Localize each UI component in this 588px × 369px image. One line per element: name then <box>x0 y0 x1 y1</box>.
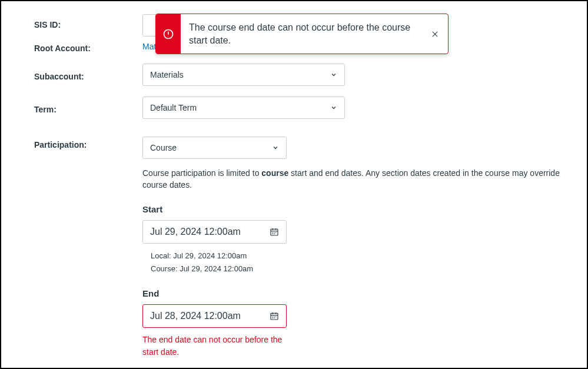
participation-value: Course <box>150 143 177 152</box>
subaccount-select[interactable]: Materials <box>142 64 345 86</box>
alert-message: The course end date can not occur before… <box>181 14 422 54</box>
svg-rect-5 <box>271 229 278 235</box>
close-icon <box>431 30 439 38</box>
end-label: End <box>142 288 569 298</box>
end-date-value: Jul 28, 2024 12:00am <box>150 311 241 321</box>
end-date-error: The end date can not occur before the st… <box>142 334 295 358</box>
end-date-input[interactable]: Jul 28, 2024 12:00am <box>142 304 287 328</box>
end-date-info: Local: Jul 28, 2024 12:00am Course: Jul … <box>151 364 569 369</box>
term-select[interactable]: Default Term <box>142 97 345 119</box>
alert-icon <box>162 28 174 40</box>
start-label: Start <box>142 204 569 214</box>
chevron-down-icon <box>330 104 337 111</box>
alert-close-button[interactable] <box>422 14 448 54</box>
start-date-input[interactable]: Jul 29, 2024 12:00am <box>142 220 287 244</box>
start-date-value: Jul 29, 2024 12:00am <box>150 227 241 237</box>
calendar-icon <box>270 227 279 237</box>
subaccount-value: Materials <box>150 70 184 79</box>
chevron-down-icon <box>330 71 337 78</box>
participation-hint: Course participation is limited to cours… <box>142 167 569 191</box>
start-date-info: Local: Jul 29, 2024 12:00am Course: Jul … <box>151 250 569 275</box>
error-alert: The course end date can not occur before… <box>155 14 449 54</box>
participation-label: Participation: <box>34 137 142 149</box>
participation-select[interactable]: Course <box>142 137 287 159</box>
chevron-down-icon <box>272 144 279 151</box>
root-account-label: Root Account: <box>34 40 142 53</box>
subaccount-label: Subaccount: <box>34 68 142 81</box>
term-value: Default Term <box>150 103 197 112</box>
alert-icon-box <box>156 14 181 54</box>
sis-id-label: SIS ID: <box>34 16 142 29</box>
calendar-icon <box>270 311 279 321</box>
term-label: Term: <box>34 101 142 114</box>
svg-rect-14 <box>271 313 278 320</box>
svg-point-2 <box>168 36 169 36</box>
